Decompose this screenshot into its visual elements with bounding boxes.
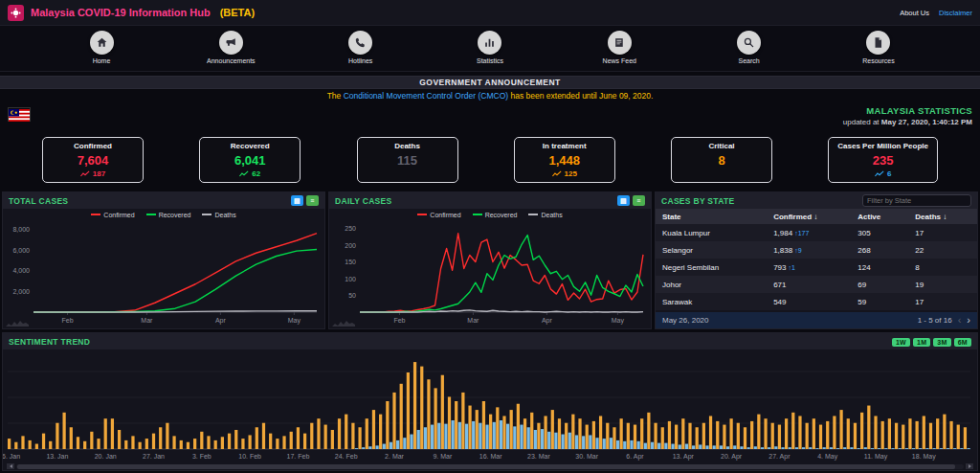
nav-item-label: Hotlines <box>348 57 372 64</box>
scrollbar-handle[interactable] <box>17 464 955 469</box>
scrollbar-track[interactable] <box>16 464 964 469</box>
filter-by-state-input[interactable] <box>862 194 971 207</box>
svg-text:13. Jan: 13. Jan <box>46 453 68 460</box>
stat-card-delta: 125 <box>552 169 577 178</box>
trend-up-icon <box>552 170 562 177</box>
svg-text:2,000: 2,000 <box>12 288 30 295</box>
legend-item-recovered[interactable]: Recovered <box>473 212 518 218</box>
sentiment-trend-panel: SENTIMENT TREND 1W1M3M6M 06. Jan13. Jan2… <box>2 332 978 471</box>
svg-text:20. Jan: 20. Jan <box>95 453 117 460</box>
legend-item-confirmed[interactable]: Confirmed <box>417 212 460 218</box>
beta-badge: (BETA) <box>220 7 255 18</box>
stat-card-value: 235 <box>873 154 894 167</box>
search-icon <box>737 31 761 55</box>
updated-timestamp: May 27, 2020, 1:40:12 PM <box>881 118 972 126</box>
main-navigation: HomeAnnouncementsHotlinesStatisticsNews … <box>0 26 980 72</box>
svg-text:10. Feb: 10. Feb <box>238 453 261 460</box>
stat-card-value: 1,448 <box>548 154 580 167</box>
legend-item-recovered[interactable]: Recovered <box>146 212 191 218</box>
svg-text:50: 50 <box>348 292 356 299</box>
home-icon <box>90 31 114 55</box>
active-cell: 59 <box>858 298 915 306</box>
column-header-state[interactable]: State <box>662 213 773 221</box>
stat-card-title: Critical <box>708 142 734 150</box>
announcement-text: The Conditional Movement Control Order (… <box>0 91 980 103</box>
total-cases-chart[interactable]: 2,0004,0006,0008,000FebMarAprMay <box>3 220 324 326</box>
legend-label: Recovered <box>159 212 191 218</box>
disclaimer-link[interactable]: Disclaimer <box>939 9 972 17</box>
legend-item-deaths[interactable]: Deaths <box>202 212 235 218</box>
range-button-3m[interactable]: 3M <box>933 338 950 347</box>
nav-item-news-feed[interactable]: News Feed <box>585 31 654 71</box>
range-buttons: 1W1M3M6M <box>889 337 971 347</box>
nav-item-label: Statistics <box>477 57 503 64</box>
total-cases-title: TOTAL CASES <box>9 196 68 206</box>
about-us-link[interactable]: About Us <box>900 9 929 17</box>
phone-icon <box>348 31 372 55</box>
panel-header-buttons: ▤ ≡ <box>617 195 645 206</box>
column-header-active[interactable]: Active <box>858 213 915 221</box>
active-cell: 268 <box>858 246 915 255</box>
active-cell: 124 <box>858 263 915 272</box>
cases-by-state-panel: CASES BY STATE StateConfirmed ↓ActiveDea… <box>655 191 978 329</box>
daily-cases-chart[interactable]: 50100150200250FebMarAprMay <box>329 220 651 326</box>
svg-text:200: 200 <box>345 242 356 249</box>
state-table-header: StateConfirmed ↓ActiveDeaths ↓ <box>656 209 977 224</box>
nav-item-announcements[interactable]: Announcements <box>196 31 265 71</box>
column-header-confirmed[interactable]: Confirmed ↓ <box>773 213 858 221</box>
daily-cases-panel: DAILY CASES ▤ ≡ ConfirmedRecoveredDeaths… <box>328 191 652 329</box>
stats-meta: MALAYSIA STATISTICS updated at May 27, 2… <box>843 105 972 126</box>
prev-page-icon[interactable]: ‹ <box>958 316 962 325</box>
legend-item-confirmed[interactable]: Confirmed <box>91 212 134 218</box>
svg-text:6,000: 6,000 <box>12 247 30 254</box>
deaths-cell: 17 <box>915 298 970 306</box>
chart-menu-button[interactable]: ≡ <box>306 195 319 206</box>
cmco-link[interactable]: Conditional Movement Control Order (CMCO… <box>344 91 508 101</box>
legend-swatch <box>417 214 427 215</box>
state-table: StateConfirmed ↓ActiveDeaths ↓ Kuala Lum… <box>656 209 977 328</box>
stat-card-value: 7,604 <box>78 154 109 167</box>
nav-item-home[interactable]: Home <box>67 31 136 71</box>
scroll-left-icon[interactable] <box>7 463 14 469</box>
legend-item-deaths[interactable]: Deaths <box>528 212 562 218</box>
panel-header-buttons: ▤ ≡ <box>291 195 319 206</box>
table-row[interactable]: Selangor1,838↑926822 <box>656 241 977 259</box>
confirmed-delta: ↑9 <box>794 247 801 254</box>
column-header-deaths[interactable]: Deaths ↓ <box>915 213 970 221</box>
deaths-cell: 8 <box>915 263 970 272</box>
trend-up-icon <box>80 170 90 177</box>
page-title: Malaysia COVID-19 Information Hub <box>31 7 211 18</box>
chart-menu-button[interactable]: ≡ <box>633 195 645 206</box>
table-row[interactable]: Kuala Lumpur1,984↑17730517 <box>656 224 977 241</box>
stat-card-delta: 187 <box>80 169 105 178</box>
range-button-1m[interactable]: 1M <box>913 338 930 347</box>
chart-type-button[interactable]: ▤ <box>291 195 303 206</box>
header-links: About Us Disclaimer <box>900 9 972 17</box>
table-row[interactable]: Negeri Sembilan793↑11248 <box>656 259 977 276</box>
stat-card-critical: Critical8 <box>671 137 772 183</box>
scroll-right-icon[interactable] <box>966 463 973 469</box>
sentiment-chart[interactable]: 06. Jan13. Jan20. Jan27. Jan3. Feb10. Fe… <box>3 349 975 462</box>
next-page-icon[interactable]: › <box>967 316 970 325</box>
legend-swatch <box>91 214 100 215</box>
range-button-1w[interactable]: 1W <box>892 338 910 347</box>
confirmed-cell: 1,838↑9 <box>773 246 858 255</box>
table-row[interactable]: Sarawak5495917 <box>656 293 977 310</box>
stats-header-row: MALAYSIA STATISTICS updated at May 27, 2… <box>8 105 972 134</box>
svg-text:3. Feb: 3. Feb <box>192 453 212 460</box>
nav-item-hotlines[interactable]: Hotlines <box>326 31 395 71</box>
legend-label: Deaths <box>214 212 235 218</box>
svg-text:150: 150 <box>345 259 356 265</box>
nav-item-label: News Feed <box>603 57 636 64</box>
range-button-6m[interactable]: 6M <box>954 338 971 347</box>
chart-type-button[interactable]: ▤ <box>617 195 630 206</box>
updated-prefix: updated at <box>843 118 880 126</box>
table-row[interactable]: Johor6716919 <box>656 276 977 293</box>
stat-card-deaths: Deaths115 <box>357 137 458 183</box>
trend-up-icon <box>875 170 884 177</box>
nav-item-statistics[interactable]: Statistics <box>456 31 524 71</box>
svg-text:100: 100 <box>345 276 356 282</box>
nav-item-resources[interactable]: Resources <box>844 31 913 71</box>
nav-item-search[interactable]: Search <box>715 31 784 71</box>
government-announcement-header: GOVERNMENT ANNOUNCEMENT <box>0 76 980 89</box>
